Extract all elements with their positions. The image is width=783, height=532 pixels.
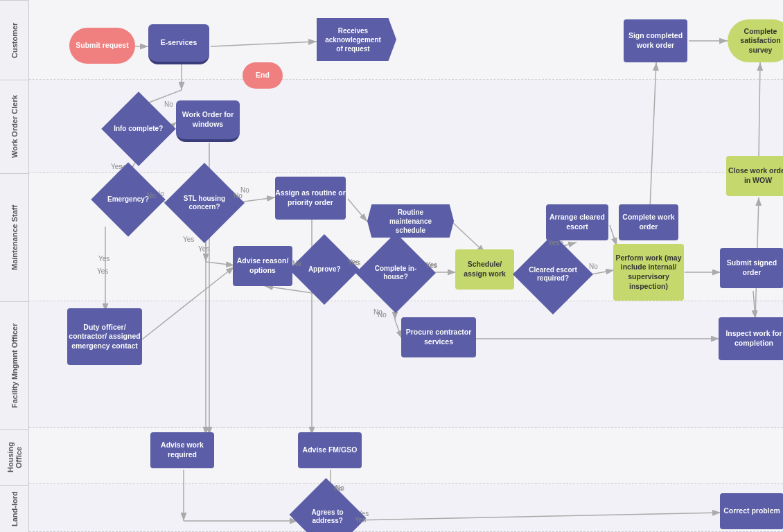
swim-lane-labels: Customer Work Order Clerk Maintenance St…: [0, 0, 29, 532]
assign-routine-node: Assign as routine or priority order: [275, 177, 346, 220]
label-yes-4: Yes: [425, 262, 437, 269]
complete-wo-node: Complete work order: [619, 204, 678, 240]
label-yes-1: Yes: [111, 163, 122, 170]
label-no-2: No: [147, 192, 156, 200]
label-no-4: No: [292, 260, 301, 267]
lane-label-housing: Housing Office: [0, 429, 28, 485]
label-no-6: No: [334, 485, 343, 493]
lane-bg-housing: [29, 428, 783, 484]
main-container: Customer Work Order Clerk Maintenance St…: [0, 0, 783, 532]
advise-work-node: Advise work required: [150, 432, 214, 468]
label-no-3: No: [234, 192, 243, 200]
label-yes-5: Yes: [548, 239, 559, 247]
lane-label-facility: Facility Mngmnt Officer: [0, 301, 28, 429]
wo-windows-node: Work Order for windows: [176, 100, 240, 142]
close-wo-node: Close work order in WOW: [726, 156, 783, 196]
label-yes-7: Yes: [355, 516, 366, 524]
procure-contractor-node: Procure contractor services: [401, 317, 476, 357]
sign-completed-node: Sign completed work order: [624, 19, 687, 62]
perform-work-node: Perform work (may include internal/ supe…: [613, 244, 684, 301]
correct-problem-node: Correct problem: [720, 493, 783, 529]
end-node: End: [243, 62, 283, 89]
label-yes-3: Yes: [348, 258, 359, 266]
arrange-escort-node: Arrange cleared escort: [546, 204, 608, 240]
schedule-work-node: Schedule/ assign work: [455, 249, 514, 290]
label-no-1: No: [164, 100, 173, 108]
duty-officer-node: Duty officer/ contractor/ assigned emerg…: [67, 308, 142, 365]
receives-ack-node: Receives acknowlegement of request: [317, 18, 396, 61]
lane-label-maint: Maintenance Staff: [0, 173, 28, 301]
lane-label-landlord: Land-lord: [0, 485, 28, 532]
complete-survey-node: Complete satisfaction survey: [728, 19, 783, 62]
routine-maint-node: Routine maintenance schedule: [367, 204, 454, 238]
label-no-5: No: [373, 308, 382, 316]
label-yes-2: Yes: [183, 236, 194, 243]
e-services-node: E-services: [148, 24, 209, 64]
diagram-area: No Yes Yes No No Yes No Yes: [29, 0, 783, 532]
lane-bg-landlord: [29, 484, 783, 532]
submit-signed-node: Submit signed order: [720, 248, 783, 288]
lane-label-woclerk: Work Order Clerk: [0, 80, 28, 173]
inspect-work-node: Inspect work for completion: [719, 317, 783, 360]
advise-reason-node: Advise reason/ options: [233, 246, 292, 286]
lane-label-customer: Customer: [0, 0, 28, 80]
label-yes-6: Yes: [98, 255, 109, 263]
submit-request-node: Submit request: [69, 28, 135, 64]
advise-fm-node: Advise FM/GSO: [298, 432, 362, 468]
